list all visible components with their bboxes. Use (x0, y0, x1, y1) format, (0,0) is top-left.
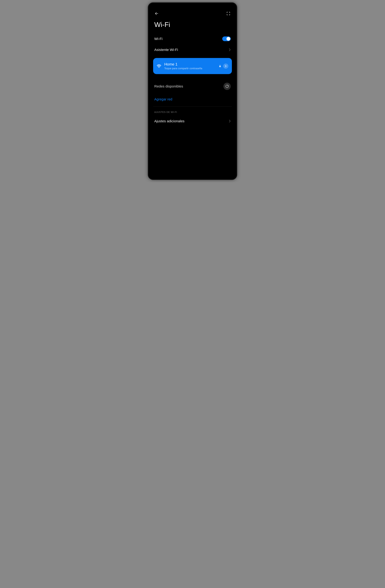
section-divider (153, 106, 232, 107)
svg-rect-2 (219, 66, 221, 67)
wifi-toggle-switch[interactable] (222, 37, 231, 41)
add-network-row[interactable]: Agregar red (153, 93, 232, 106)
svg-point-1 (159, 67, 159, 68)
wifi-assistant-row[interactable]: Asistente Wi-Fi (153, 44, 232, 55)
available-networks-title: Redes disponibles (154, 84, 183, 88)
phone-frame: Wi-Fi Wi-Fi Asistente Wi-Fi (148, 2, 237, 180)
back-arrow-icon (155, 12, 159, 16)
add-network-link[interactable]: Agregar red (154, 97, 172, 101)
refresh-icon (225, 84, 229, 88)
connected-subtitle: Toque para compartir contraseña (164, 67, 219, 70)
refresh-networks-button[interactable] (223, 83, 231, 90)
additional-settings-label: Ajustes adicionales (154, 119, 185, 123)
wifi-settings-section-label: AJUSTES DE WI-FI (153, 111, 232, 116)
wifi-toggle-label: Wi-Fi (154, 37, 163, 41)
top-bar (153, 8, 232, 21)
chevron-right-icon (229, 48, 231, 51)
connected-network-card[interactable]: Home 1 Toque para compartir contraseña (153, 58, 232, 74)
qr-scan-icon (227, 12, 230, 15)
screen: Wi-Fi Wi-Fi Asistente Wi-Fi (150, 4, 235, 178)
toggle-knob (227, 37, 230, 41)
available-networks-header: Redes disponibles (153, 79, 232, 93)
lock-icon (219, 65, 221, 67)
wifi-signal-icon (157, 64, 161, 68)
card-icons-group (219, 63, 228, 69)
connected-network-info: Home 1 Toque para compartir contraseña (164, 62, 219, 70)
network-details-button[interactable] (223, 63, 228, 69)
page-title: Wi-Fi (153, 21, 232, 33)
additional-settings-row[interactable]: Ajustes adicionales (153, 116, 232, 126)
connected-ssid: Home 1 (164, 62, 219, 66)
wifi-assistant-label: Asistente Wi-Fi (154, 48, 178, 52)
chevron-right-icon (229, 120, 231, 123)
wifi-toggle-row[interactable]: Wi-Fi (153, 33, 232, 44)
back-button[interactable] (154, 11, 159, 16)
qr-scan-button[interactable] (226, 11, 231, 16)
chevron-right-icon (225, 65, 227, 67)
